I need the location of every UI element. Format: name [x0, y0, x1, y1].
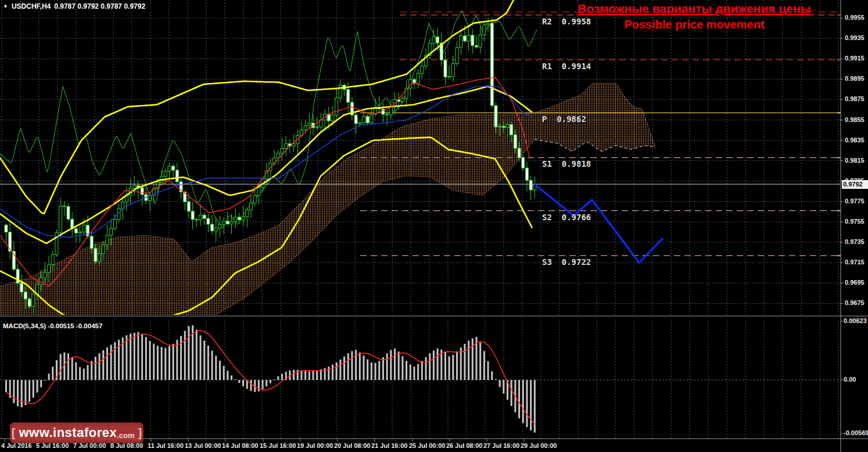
macd-indicator-label: MACD(5,34,5) -0.00515 -0.00457 — [3, 322, 102, 329]
macd-tick-label: 0.00623 — [844, 317, 867, 324]
mt4-chart-window: ▼ USDCHF,H4 0.9787 0.9792 0.9787 0.9792 … — [0, 0, 868, 452]
time-tick-label: 15 Jul 16:00 — [260, 442, 296, 449]
price-tick-label: 0.9735 — [845, 238, 865, 245]
logo-bracket-left: [ — [12, 426, 16, 440]
macd-tick-label: -0.00569 — [844, 429, 868, 436]
time-tick-label: 27 Jul 16:00 — [483, 442, 519, 449]
annotation-en: Possible price movement — [558, 18, 831, 31]
pivot-label-p: P 0.9862 — [542, 114, 586, 124]
price-tick-label: 0.9755 — [845, 218, 865, 225]
price-tick-label: 0.9895 — [845, 75, 865, 82]
pivot-label-r1: R1 0.9914 — [542, 62, 591, 71]
price-tick-label: 0.9915 — [845, 55, 865, 62]
chart-canvas[interactable] — [0, 0, 868, 452]
time-tick-label: 14 Jul 08:00 — [222, 442, 258, 449]
instaforex-logo: [ www.instaforex .com ] — [10, 422, 144, 443]
price-tick-label: 0.9955 — [845, 14, 865, 21]
price-tick-label: 0.9855 — [845, 116, 865, 123]
macd-tick-label: 0.00 — [844, 376, 856, 383]
price-tick-label: 0.9875 — [845, 95, 865, 102]
time-tick-label: 19 Jul 00:00 — [297, 442, 333, 449]
price-tick-label: 0.9675 — [845, 299, 865, 306]
ohlc-quotes: 0.9787 0.9792 0.9787 0.9792 — [54, 2, 145, 10]
price-tick-label: 0.9815 — [845, 157, 865, 164]
time-tick-label: 25 Jul 00:00 — [409, 442, 445, 449]
logo-bracket-right: ] — [138, 426, 142, 440]
price-tick-label: 0.9835 — [845, 137, 865, 144]
price-tick-label: 0.9715 — [845, 259, 865, 266]
time-tick-label: 11 Jul 16:00 — [148, 442, 184, 449]
current-price-tag: 0.9792 — [842, 180, 868, 189]
time-tick-label: 21 Jul 16:00 — [371, 442, 407, 449]
pivot-label-s1: S1 0.9818 — [542, 159, 591, 168]
chart-title: ▼ USDCHF,H4 0.9787 0.9792 0.9787 0.9792 — [3, 2, 145, 10]
price-tick-label: 0.9935 — [845, 34, 865, 41]
pivot-label-r2: R2 0.9958 — [542, 17, 591, 26]
annotation-ru: Возможные варианты движения цены — [558, 2, 831, 16]
logo-text: www.instaforex — [19, 425, 117, 440]
pivot-label-s2: S2 0.9766 — [542, 213, 591, 222]
symbol-period-label: USDCHF,H4 — [12, 2, 51, 10]
time-tick-label: 13 Jul 00:00 — [185, 442, 221, 449]
logo-tld: .com — [117, 431, 134, 440]
price-tick-label: 0.9695 — [845, 279, 865, 286]
time-tick-label: 29 Jul 00:00 — [521, 442, 557, 449]
time-tick-label: 20 Jul 08:00 — [334, 442, 370, 449]
pivot-label-s3: S3 0.9722 — [542, 257, 591, 267]
time-tick-label: 26 Jul 08:00 — [446, 442, 482, 449]
price-tick-label: 0.9775 — [845, 198, 865, 205]
symbol-dropdown-icon[interactable]: ▼ — [3, 3, 8, 9]
